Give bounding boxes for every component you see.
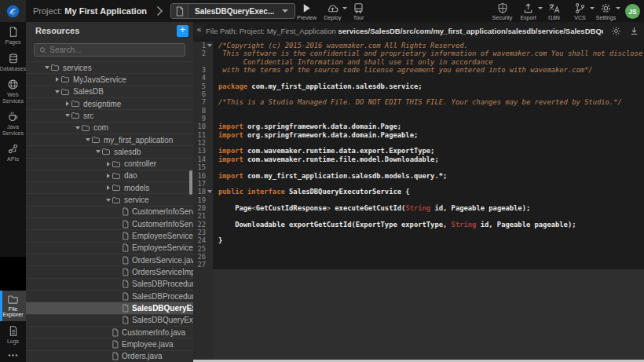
shield-icon	[497, 2, 508, 14]
tree-folder[interactable]: service	[26, 193, 193, 205]
resource-search	[34, 43, 185, 57]
file-icon	[112, 340, 119, 349]
code-text: }	[213, 236, 222, 244]
caret-collapsed-icon[interactable]	[53, 77, 60, 82]
branch-icon	[574, 2, 586, 14]
sidebar-item-label: Logs	[7, 338, 19, 345]
tree-folder[interactable]: designtime	[26, 97, 193, 109]
code-text: import com.wavemaker.runtime.data.export…	[213, 147, 434, 155]
cloud-upload-icon	[326, 2, 339, 14]
tree-folder[interactable]: dao	[26, 170, 193, 181]
tree-file[interactable]: CustomerInfoService.java	[26, 206, 193, 218]
more-options-button[interactable]	[0, 347, 26, 362]
sidebar-item-databases[interactable]: Databases	[0, 49, 26, 75]
tree-item-label: Employee.java	[122, 340, 174, 349]
tree-file[interactable]: SalesDBProcedureExecutorService.java	[26, 278, 193, 290]
search-input[interactable]	[49, 46, 180, 54]
caret-collapsed-icon[interactable]	[64, 101, 71, 106]
tour-button[interactable]: Tour	[346, 0, 371, 22]
tree-folder[interactable]: models	[26, 181, 193, 193]
tree-folder[interactable]: services	[26, 61, 193, 73]
sidebar-item-pages[interactable]: Pages	[0, 22, 26, 49]
code-text: Downloadable exportGetCustId(ExportType …	[213, 221, 576, 229]
editor-settings-button[interactable]	[611, 26, 621, 36]
code-text	[213, 107, 218, 115]
tree-folder[interactable]: com	[26, 122, 193, 133]
caret-expanded-icon[interactable]	[43, 66, 50, 69]
vcs-button[interactable]: VCS	[568, 0, 592, 22]
tree-folder[interactable]: src	[26, 109, 193, 121]
preview-button[interactable]: Preview	[295, 0, 319, 22]
code-line: 15	[193, 163, 644, 171]
download-file-button[interactable]	[629, 26, 639, 36]
tree-file[interactable]: CustomerInfoServiceImpl.java	[26, 218, 193, 229]
tree-file[interactable]: CustomerInfo.java	[26, 326, 193, 338]
fold-arrow-icon[interactable]	[207, 44, 212, 47]
line-number: 17	[193, 180, 213, 188]
tree-folder[interactable]: SalesDB	[26, 86, 193, 97]
tree-folder[interactable]: MyJavaService	[26, 73, 193, 85]
line-number	[193, 58, 213, 66]
code-editor[interactable]: 1/*Copyright (c) 2015-2016 wavemaker.com…	[193, 39, 644, 362]
code-line: 4	[193, 74, 644, 82]
caret-expanded-icon[interactable]	[94, 150, 101, 153]
caret-collapsed-icon[interactable]	[104, 174, 112, 178]
sidebar-item-web-services[interactable]: Web Services	[0, 75, 26, 107]
file-icon	[122, 292, 129, 301]
vcs-label: VCS	[574, 15, 585, 20]
deploy-button[interactable]: Deploy	[320, 0, 345, 22]
tree-item-label: Orders.java	[122, 352, 163, 360]
i18n-button[interactable]: I18N	[542, 0, 566, 22]
tree-folder[interactable]: controller	[26, 158, 193, 170]
tree-file[interactable]: EmployeeService.java	[26, 229, 193, 241]
caret-expanded-icon[interactable]	[84, 138, 91, 141]
code-line: 7/*This is a Studio Managed File. DO NOT…	[193, 98, 644, 106]
tree-file[interactable]: SalesDBProcedureExecutorServiceImpl.java	[26, 290, 193, 302]
tree-item-label: CustomerInfoService.java	[132, 207, 193, 216]
code-text	[213, 180, 218, 188]
caret-expanded-icon[interactable]	[104, 199, 112, 202]
tree-item-label: service	[124, 196, 149, 204]
export-button[interactable]: Export	[516, 0, 540, 22]
folder-icon	[81, 124, 90, 132]
sidebar-item-label: Web Services	[0, 92, 26, 104]
caret-collapsed-icon[interactable]	[104, 185, 112, 190]
tree-file[interactable]: SalesDBQueryExecutorService.java	[26, 302, 193, 313]
user-avatar[interactable]: JS	[625, 4, 640, 19]
caret-expanded-icon[interactable]	[74, 126, 81, 130]
tree-file[interactable]: Employee.java	[26, 338, 193, 349]
fold-arrow-icon[interactable]	[207, 190, 212, 193]
settings-button[interactable]: Settings	[594, 0, 618, 22]
tree-file[interactable]: OrdersServiceImpl.java	[26, 265, 193, 277]
logs-icon	[8, 325, 19, 337]
line-number: 12	[193, 139, 213, 147]
caret-expanded-icon[interactable]	[64, 114, 71, 117]
collapse-panel-button[interactable]: «	[194, 24, 204, 36]
tree-scrollbar[interactable]	[189, 170, 192, 195]
folder-icon	[112, 196, 121, 204]
code-text	[213, 90, 218, 98]
tree-file[interactable]: SalesDBQueryExecutorServiceImpl.java	[26, 314, 193, 326]
open-file-dropdown[interactable]: SalesDBQueryExec...	[170, 3, 295, 19]
sidebar-item-apis[interactable]: APIs	[0, 139, 26, 166]
add-resource-button[interactable]: +	[177, 25, 188, 37]
code-line: 14import com.wavemaker.runtime.file.mode…	[193, 155, 644, 163]
tree-file[interactable]: EmployeeServiceImpl.java	[26, 242, 193, 254]
caret-expanded-icon[interactable]	[53, 90, 60, 93]
file-path-label: File Path:	[206, 27, 237, 35]
file-icon	[171, 4, 188, 18]
sidebar-item-java-services[interactable]: Java Services	[0, 107, 26, 139]
tree-file[interactable]: Orders.java	[26, 350, 193, 362]
tree-item-label: EmployeeService.java	[132, 232, 193, 240]
tree-folder[interactable]: my_first_application	[26, 133, 193, 145]
sidebar-item-logs[interactable]: Logs	[0, 321, 26, 348]
folder-icon	[112, 172, 121, 180]
sidebar-item-file-explorer[interactable]: File Explorer	[0, 291, 26, 321]
caret-collapsed-icon[interactable]	[104, 162, 112, 166]
wavemaker-logo[interactable]	[0, 0, 26, 22]
tree-file[interactable]: OrdersService.java	[26, 254, 193, 265]
tree-folder[interactable]: salesdb	[26, 145, 193, 157]
code-text	[213, 139, 218, 147]
translate-icon	[548, 2, 561, 14]
security-button[interactable]: Security	[490, 0, 514, 22]
